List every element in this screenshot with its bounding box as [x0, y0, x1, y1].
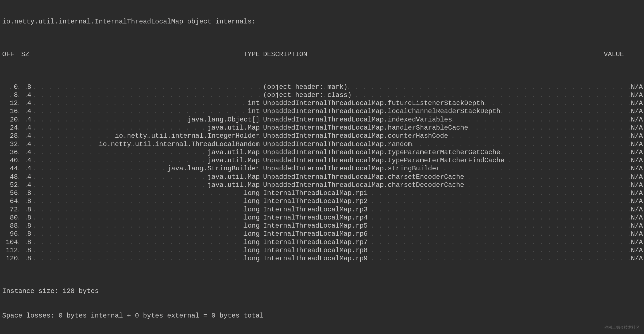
cell-sz: 4 [18, 116, 31, 124]
cell-desc: UnpaddedInternalThreadLocalMap.typeParam… [263, 148, 604, 156]
table-header-row: OFF SZ TYPE DESCRIPTION VALUE [2, 50, 641, 58]
cell-desc: InternalThreadLocalMap.rp8 [263, 246, 604, 254]
cell-val: N/A [604, 156, 643, 164]
cell-off: 120 [2, 254, 18, 263]
space-losses-line: Space losses: 0 bytes internal + 0 bytes… [2, 312, 641, 320]
cell-type: java.lang.StringBuilder [31, 164, 260, 173]
table-body: . . . . . . . . . . . . . . . . . . . . … [2, 83, 641, 263]
cell-type: long [31, 222, 260, 230]
cell-type: java.util.Map [31, 181, 260, 189]
table-row: . . . . . . . . . . . . . . . . . . . . … [2, 222, 641, 230]
cell-sz: 4 [18, 148, 31, 156]
cell-val: N/A [604, 107, 643, 115]
cell-type: long [31, 254, 260, 263]
table-row: . . . . . . . . . . . . . . . . . . . . … [2, 148, 641, 156]
table-row: . . . . . . . . . . . . . . . . . . . . … [2, 238, 641, 246]
cell-val: N/A [604, 214, 643, 222]
cell-off: 72 [2, 206, 18, 214]
table-row: . . . . . . . . . . . . . . . . . . . . … [2, 164, 641, 173]
cell-off: 56 [2, 189, 18, 197]
cell-sz: 4 [18, 124, 31, 132]
table-row: . . . . . . . . . . . . . . . . . . . . … [2, 246, 641, 254]
cell-off: 88 [2, 222, 18, 230]
cell-off: 0 [2, 83, 18, 91]
cell-val: N/A [604, 238, 643, 246]
cell-desc: (object header: class) [263, 91, 604, 99]
col-desc-header: DESCRIPTION [263, 50, 604, 58]
cell-val: N/A [604, 181, 643, 189]
cell-off: 36 [2, 148, 18, 156]
cell-val: N/A [604, 189, 643, 197]
cell-type: java.lang.Object[] [31, 116, 260, 124]
cell-off: 48 [2, 173, 18, 181]
table-row: . . . . . . . . . . . . . . . . . . . . … [2, 230, 641, 238]
cell-desc: UnpaddedInternalThreadLocalMap.stringBui… [263, 164, 604, 173]
table-row: . . . . . . . . . . . . . . . . . . . . … [2, 91, 641, 99]
cell-sz: 4 [18, 164, 31, 173]
cell-desc: UnpaddedInternalThreadLocalMap.indexedVa… [263, 116, 604, 124]
cell-desc: InternalThreadLocalMap.rp9 [263, 254, 604, 263]
cell-desc: InternalThreadLocalMap.rp1 [263, 189, 604, 197]
cell-sz: 8 [18, 83, 31, 91]
terminal-output: io.netty.util.internal.InternalThreadLoc… [0, 0, 644, 334]
cell-sz: 8 [18, 246, 31, 254]
cell-desc: UnpaddedInternalThreadLocalMap.handlerSh… [263, 124, 604, 132]
cell-desc: UnpaddedInternalThreadLocalMap.charsetDe… [263, 181, 604, 189]
cell-type: java.util.Map [31, 173, 260, 181]
cell-off: 64 [2, 197, 18, 205]
cell-val: N/A [604, 132, 643, 140]
cell-off: 96 [2, 230, 18, 238]
cell-type: long [31, 189, 260, 197]
table-row: . . . . . . . . . . . . . . . . . . . . … [2, 173, 641, 181]
col-type-header: TYPE [31, 50, 260, 58]
cell-desc: InternalThreadLocalMap.rp6 [263, 230, 604, 238]
cell-off: 32 [2, 140, 18, 148]
cell-sz: 8 [18, 197, 31, 205]
table-row: . . . . . . . . . . . . . . . . . . . . … [2, 156, 641, 164]
cell-val: N/A [604, 246, 643, 254]
table-row: . . . . . . . . . . . . . . . . . . . . … [2, 99, 641, 107]
cell-type: io.netty.util.internal.IntegerHolder [31, 132, 260, 140]
table-row: . . . . . . . . . . . . . . . . . . . . … [2, 189, 641, 197]
cell-off: 28 [2, 132, 18, 140]
table-row: . . . . . . . . . . . . . . . . . . . . … [2, 132, 641, 140]
table-row: . . . . . . . . . . . . . . . . . . . . … [2, 83, 641, 91]
cell-sz: 4 [18, 91, 31, 99]
watermark: @稀土掘金技术社区 [604, 325, 640, 330]
cell-desc: UnpaddedInternalThreadLocalMap.charsetEn… [263, 173, 604, 181]
cell-val: N/A [604, 91, 643, 99]
cell-val: N/A [604, 83, 643, 91]
cell-type [31, 83, 260, 91]
cell-sz: 4 [18, 99, 31, 107]
cell-sz: 4 [18, 156, 31, 164]
cell-type: long [31, 214, 260, 222]
table-row: . . . . . . . . . . . . . . . . . . . . … [2, 197, 641, 205]
cell-type: long [31, 246, 260, 254]
cell-desc: (object header: mark) [263, 83, 604, 91]
instance-size-line: Instance size: 128 bytes [2, 287, 641, 295]
table-row: . . . . . . . . . . . . . . . . . . . . … [2, 254, 641, 263]
cell-type: int [31, 107, 260, 115]
cell-val: N/A [604, 173, 643, 181]
cell-sz: 8 [18, 222, 31, 230]
cell-off: 112 [2, 246, 18, 254]
title-line: io.netty.util.internal.InternalThreadLoc… [2, 18, 641, 26]
cell-desc: InternalThreadLocalMap.rp3 [263, 206, 604, 214]
cell-desc: UnpaddedInternalThreadLocalMap.futureLis… [263, 99, 604, 107]
col-sz-header: SZ [18, 50, 31, 58]
cell-val: N/A [604, 230, 643, 238]
cell-desc: UnpaddedInternalThreadLocalMap.random [263, 140, 604, 148]
cell-off: 20 [2, 116, 18, 124]
cell-off: 52 [2, 181, 18, 189]
col-off-header: OFF [2, 50, 18, 58]
cell-type [31, 91, 260, 99]
cell-off: 40 [2, 156, 18, 164]
cell-sz: 8 [18, 238, 31, 246]
cell-type: long [31, 230, 260, 238]
cell-off: 80 [2, 214, 18, 222]
cell-val: N/A [604, 164, 643, 173]
cell-desc: InternalThreadLocalMap.rp5 [263, 222, 604, 230]
cell-val: N/A [604, 206, 643, 214]
table-row: . . . . . . . . . . . . . . . . . . . . … [2, 206, 641, 214]
cell-desc: UnpaddedInternalThreadLocalMap.typeParam… [263, 156, 604, 164]
